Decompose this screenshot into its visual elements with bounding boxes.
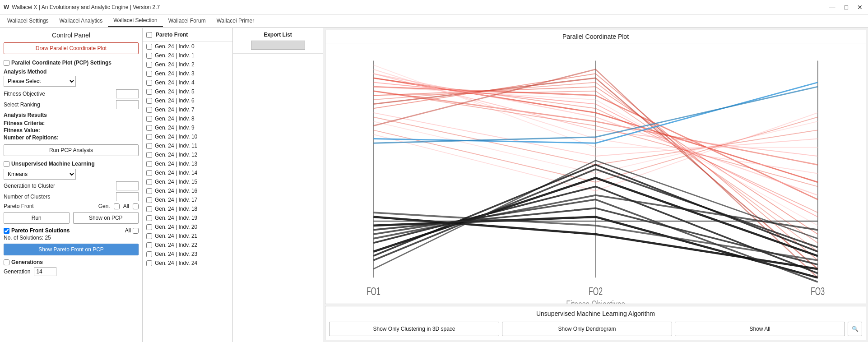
- pareto-item-checkbox-20[interactable]: [146, 224, 152, 230]
- pareto-list-item[interactable]: Gen. 24 | Indv. 20: [143, 222, 232, 231]
- pareto-list-item[interactable]: Gen. 24 | Indv. 13: [143, 159, 232, 168]
- generations-checkbox[interactable]: [4, 259, 9, 265]
- pareto-item-checkbox-12[interactable]: [146, 152, 152, 158]
- run-pcp-button[interactable]: Run PCP Analysis: [4, 144, 139, 156]
- maximize-button[interactable]: □: [843, 4, 850, 11]
- fitness-objective-input[interactable]: [116, 89, 139, 98]
- pareto-list-item[interactable]: Gen. 24 | Indv. 16: [143, 186, 232, 195]
- pareto-item-label-19: Gen. 24 | Indv. 19: [155, 215, 197, 221]
- pareto-list-item[interactable]: Gen. 24 | Indv. 4: [143, 78, 232, 87]
- run-button[interactable]: Run: [4, 212, 70, 224]
- export-list-header: Export List: [233, 28, 323, 54]
- generations-section: Generations Generation: [4, 259, 139, 276]
- show-pareto-button[interactable]: Show Pareto Front on PCP: [4, 244, 139, 255]
- pareto-item-checkbox-16[interactable]: [146, 188, 152, 194]
- pareto-item-checkbox-14[interactable]: [146, 170, 152, 176]
- menu-item-primer[interactable]: Wallacei Primer: [211, 14, 260, 27]
- pcp-chart-area: FO1 FO2 FO3 Fitness Objectives: [325, 43, 866, 304]
- export-list-title: Export List: [237, 32, 319, 38]
- show-all-button[interactable]: Show All: [675, 322, 845, 336]
- show-clustering-button[interactable]: Show Only Clustering in 3D space: [329, 322, 499, 336]
- ml-label: Unsupervised Machine Learning: [11, 161, 95, 167]
- menu-item-forum[interactable]: Wallacei Forum: [163, 14, 211, 27]
- pareto-list-item[interactable]: Gen. 24 | Indv. 0: [143, 42, 232, 51]
- num-clusters-input[interactable]: [116, 192, 139, 201]
- pareto-item-checkbox-17[interactable]: [146, 197, 152, 203]
- all-checkbox[interactable]: [133, 203, 139, 209]
- pcp-settings-checkbox[interactable]: [4, 60, 9, 66]
- pcp-svg: FO1 FO2 FO3 Fitness Objectives: [325, 43, 866, 304]
- pareto-item-checkbox-13[interactable]: [146, 161, 152, 167]
- svg-text:FO3: FO3: [811, 286, 825, 297]
- pareto-list-item[interactable]: Gen. 24 | Indv. 17: [143, 195, 232, 204]
- pareto-list-item[interactable]: Gen. 24 | Indv. 8: [143, 114, 232, 123]
- pareto-solutions-checkbox[interactable]: [4, 228, 9, 234]
- menu-item-selection[interactable]: Wallacei Selection: [108, 14, 163, 27]
- pareto-list-item[interactable]: Gen. 24 | Indv. 23: [143, 250, 232, 259]
- pareto-item-checkbox-21[interactable]: [146, 233, 152, 239]
- pareto-item-checkbox-15[interactable]: [146, 179, 152, 185]
- pareto-item-checkbox-22[interactable]: [146, 242, 152, 248]
- pareto-item-checkbox-8[interactable]: [146, 116, 152, 122]
- minimize-button[interactable]: —: [827, 4, 837, 11]
- pareto-list-item[interactable]: Gen. 24 | Indv. 7: [143, 105, 232, 114]
- pareto-list-item[interactable]: Gen. 24 | Indv. 15: [143, 177, 232, 186]
- pareto-list-item[interactable]: Gen. 24 | Indv. 9: [143, 123, 232, 132]
- generation-row: Generation: [4, 267, 139, 276]
- pareto-item-checkbox-0[interactable]: [146, 44, 152, 50]
- ml-section-header: Unsupervised Machine Learning: [4, 161, 139, 167]
- pareto-list-all-checkbox[interactable]: [146, 32, 152, 38]
- pareto-list-item[interactable]: Gen. 24 | Indv. 14: [143, 168, 232, 177]
- app-icon: W: [4, 4, 9, 10]
- fitness-criteria-row: Fitness Criteria:: [4, 120, 139, 126]
- pareto-item-checkbox-2[interactable]: [146, 62, 152, 68]
- pareto-item-checkbox-18[interactable]: [146, 206, 152, 212]
- pareto-item-label-1: Gen. 24 | Indv. 1: [155, 52, 195, 59]
- pareto-list-item[interactable]: Gen. 24 | Indv. 11: [143, 141, 232, 150]
- pareto-list-item[interactable]: Gen. 24 | Indv. 1: [143, 51, 232, 60]
- pareto-item-label-15: Gen. 24 | Indv. 15: [155, 179, 197, 185]
- pareto-list-item[interactable]: Gen. 24 | Indv. 5: [143, 87, 232, 96]
- kmeans-select[interactable]: Kmeans: [4, 169, 76, 180]
- gen-checkbox[interactable]: [114, 203, 120, 209]
- pareto-item-checkbox-24[interactable]: [146, 260, 152, 266]
- pareto-item-checkbox-7[interactable]: [146, 107, 152, 113]
- pareto-item-checkbox-6[interactable]: [146, 98, 152, 104]
- pareto-item-checkbox-10[interactable]: [146, 134, 152, 140]
- pareto-all-checkbox[interactable]: [133, 228, 139, 234]
- generation-input[interactable]: [34, 267, 56, 276]
- pareto-list-item[interactable]: Gen. 24 | Indv. 22: [143, 240, 232, 250]
- ml-checkbox[interactable]: [4, 161, 9, 167]
- show-dendrogram-button[interactable]: Show Only Dendrogram: [502, 322, 672, 336]
- gen-to-cluster-input[interactable]: [116, 181, 139, 190]
- show-on-pcp-button[interactable]: Show on PCP: [73, 212, 139, 224]
- analysis-method-select[interactable]: Please Select: [4, 76, 76, 87]
- pareto-list-item[interactable]: Gen. 24 | Indv. 24: [143, 259, 232, 268]
- pareto-list-item[interactable]: Gen. 24 | Indv. 18: [143, 204, 232, 213]
- select-ranking-input[interactable]: [116, 100, 139, 109]
- pareto-list-item[interactable]: Gen. 24 | Indv. 10: [143, 132, 232, 141]
- pareto-item-checkbox-5[interactable]: [146, 89, 152, 95]
- draw-pcp-button[interactable]: Draw Parallel Coordinate Plot: [4, 42, 139, 54]
- close-button[interactable]: ✕: [855, 4, 864, 11]
- pareto-item-checkbox-3[interactable]: [146, 71, 152, 77]
- pareto-item-checkbox-9[interactable]: [146, 125, 152, 131]
- search-icon-button[interactable]: 🔍: [848, 322, 862, 336]
- pareto-list-item[interactable]: Gen. 24 | Indv. 21: [143, 231, 232, 240]
- export-input[interactable]: [251, 41, 305, 50]
- pareto-item-checkbox-11[interactable]: [146, 143, 152, 149]
- export-list-panel: Export List: [233, 28, 323, 342]
- pareto-list-item[interactable]: Gen. 24 | Indv. 6: [143, 96, 232, 105]
- pareto-item-checkbox-4[interactable]: [146, 80, 152, 86]
- pareto-item-checkbox-19[interactable]: [146, 215, 152, 221]
- pareto-front-list: Pareto Front Gen. 24 | Indv. 0Gen. 24 | …: [143, 28, 233, 342]
- menu-item-analytics[interactable]: Wallacei Analytics: [54, 14, 108, 27]
- pareto-list-item[interactable]: Gen. 24 | Indv. 19: [143, 213, 232, 222]
- title-bar: W Wallacei X | An Evolutionary and Analy…: [0, 0, 868, 14]
- pareto-item-checkbox-1[interactable]: [146, 53, 152, 59]
- menu-item-settings[interactable]: Wallacei Settings: [2, 14, 54, 27]
- pareto-item-checkbox-23[interactable]: [146, 251, 152, 257]
- pareto-list-item[interactable]: Gen. 24 | Indv. 2: [143, 60, 232, 69]
- pareto-list-item[interactable]: Gen. 24 | Indv. 12: [143, 150, 232, 159]
- pareto-list-item[interactable]: Gen. 24 | Indv. 3: [143, 69, 232, 78]
